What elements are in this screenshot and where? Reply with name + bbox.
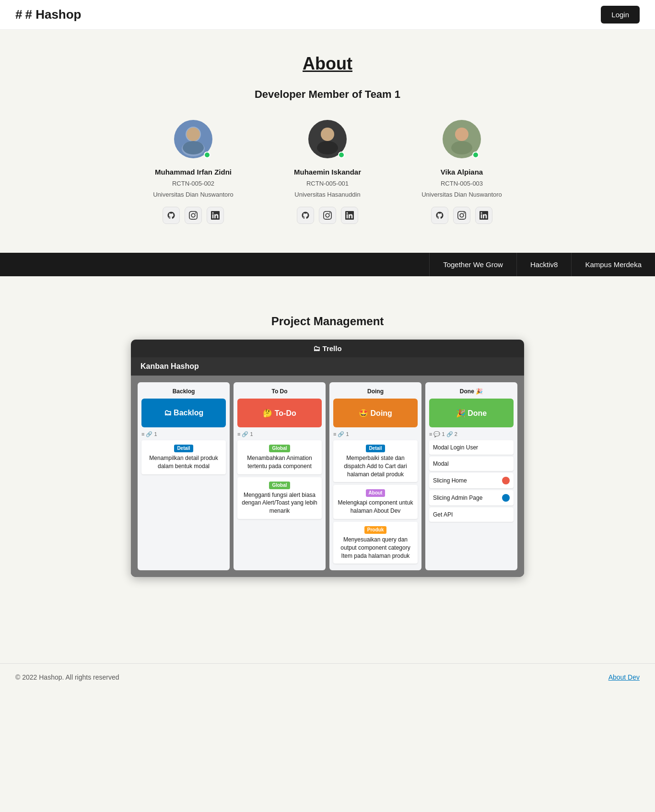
trello-logo: 🗂 Trello <box>313 344 341 353</box>
card-doing-1[interactable]: Detail Memperbaiki state dan dispatch Ad… <box>333 440 418 482</box>
online-indicator-3 <box>472 152 479 158</box>
login-button[interactable]: Login <box>601 6 640 24</box>
svg-point-6 <box>321 128 334 141</box>
footer: © 2022 Hashop. All rights reserved About… <box>0 663 655 691</box>
members-row: Muhammad Irfan Zidni RCTN-005-002 Univer… <box>10 120 645 224</box>
svg-point-9 <box>455 128 468 141</box>
card-doing-3[interactable]: Produk Menyesuaikan query dan output com… <box>333 522 418 564</box>
github-link-2[interactable] <box>297 207 314 224</box>
card-text-todo-1: Menambahkan Animation tertentu pada comp… <box>247 455 312 470</box>
member-card-3: Vika Alpiana RCTN-005-003 Universitas Di… <box>414 120 510 224</box>
linkedin-link-2[interactable] <box>341 207 358 224</box>
instagram-link-1[interactable] <box>185 207 202 224</box>
kanban-col-todo: To Do 🤔 To-Do ≡ 🔗 1 Global Menambahkan A… <box>234 382 326 570</box>
member-id-1: RCTN-005-002 <box>172 180 214 187</box>
done-badge-slicing-admin <box>502 494 510 502</box>
done-item-text-slicing-home: Slicing Home <box>433 477 467 484</box>
done-item-text-slicing-admin: Slicing Admin Page <box>433 494 482 501</box>
tagline-item-2[interactable]: Kampus Merdeka <box>571 253 655 276</box>
member-university-2: Universitas Hasanuddin <box>294 191 360 198</box>
pm-title: Project Management <box>10 315 645 328</box>
hash-symbol: # <box>15 7 22 22</box>
member-university-1: Universitas Dian Nuswantoro <box>153 191 234 198</box>
linkedin-link-3[interactable] <box>475 207 492 224</box>
instagram-link-3[interactable] <box>453 207 470 224</box>
trello-board-title: Kanban Hashop <box>131 357 524 376</box>
done-item-2[interactable]: Modal <box>429 457 514 471</box>
tagline-bar: Together We Grow Hacktiv8 Kampus Merdeka <box>0 253 655 276</box>
member-name-3: Vika Alpiana <box>441 168 483 176</box>
card-text-doing-3: Menyesuaikan query dan output component … <box>340 536 410 559</box>
done-item-1[interactable]: Modal Login User <box>429 440 514 455</box>
done-item-slicing-home[interactable]: Slicing Home <box>429 473 514 488</box>
trello-container: 🗂 Trello Kanban Hashop Backlog 🗂 Backlog… <box>131 340 524 577</box>
footer-about-dev-link[interactable]: About Dev <box>608 673 640 681</box>
col-meta-done: ≡ 💬 1 🔗 2 <box>429 431 514 437</box>
brand-logo[interactable]: # # Hashop <box>15 7 82 22</box>
github-link-1[interactable] <box>163 207 180 224</box>
instagram-link-2[interactable] <box>319 207 336 224</box>
tagline-item-0[interactable]: Together We Grow <box>429 253 516 276</box>
tagline-item-1[interactable]: Hacktiv8 <box>516 253 572 276</box>
github-link-3[interactable] <box>431 207 448 224</box>
col-header-todo: To Do <box>237 386 322 399</box>
kanban-col-backlog: Backlog 🗂 Backlog ≡ 🔗 1 Detail Menampilk… <box>138 382 230 570</box>
done-item-text-get-api: Get API <box>433 511 453 518</box>
card-text-doing-2: Melengkapi component untuk halaman About… <box>338 499 413 514</box>
project-management-section: Project Management 🗂 Trello Kanban Hasho… <box>0 305 655 606</box>
card-text-backlog-1: Menampilkan detail produk dalam bentuk m… <box>149 455 218 470</box>
bottom-spacer <box>0 606 655 635</box>
done-item-slicing-admin[interactable]: Slicing Admin Page <box>429 490 514 506</box>
col-banner-backlog: 🗂 Backlog <box>141 399 226 427</box>
card-backlog-1[interactable]: Detail Menampilkan detail produk dalam b… <box>141 440 226 474</box>
avatar-wrapper-1 <box>174 120 212 160</box>
online-indicator-2 <box>338 152 345 158</box>
card-label-global-2: Global <box>269 482 290 489</box>
col-banner-todo: 🤔 To-Do <box>237 399 322 427</box>
col-header-doing: Doing <box>333 386 418 399</box>
trello-header: 🗂 Trello <box>131 340 524 357</box>
social-links-1 <box>163 207 224 224</box>
avatar-wrapper-2 <box>308 120 347 160</box>
card-text-doing-1: Memperbaiki state dan dispatch Add to Ca… <box>344 455 407 478</box>
card-text-todo-2: Mengganti fungsi alert biasa dengan Aler… <box>242 492 317 515</box>
card-label-global-1: Global <box>269 445 290 452</box>
col-banner-done: 🎉 Done <box>429 399 514 427</box>
card-doing-2[interactable]: About Melengkapi component untuk halaman… <box>333 485 418 519</box>
navbar: # # Hashop Login <box>0 0 655 30</box>
kanban-col-done: Done 🎉 🎉 Done ≡ 💬 1 🔗 2 Modal Login User… <box>425 382 517 570</box>
card-label-produk-1: Produk <box>364 526 386 534</box>
col-header-backlog: Backlog <box>141 386 226 399</box>
done-badge-slicing-home <box>502 477 510 484</box>
col-meta-todo: ≡ 🔗 1 <box>237 431 322 437</box>
svg-point-10 <box>451 141 472 154</box>
trello-columns: Backlog 🗂 Backlog ≡ 🔗 1 Detail Menampilk… <box>131 376 524 577</box>
footer-copyright: © 2022 Hashop. All rights reserved <box>15 673 119 681</box>
about-section: About Developer Member of Team 1 Muhamma… <box>0 30 655 253</box>
done-item-get-api[interactable]: Get API <box>429 507 514 522</box>
card-label-detail-1: Detail <box>174 445 193 452</box>
online-indicator-1 <box>204 152 211 158</box>
card-todo-2[interactable]: Global Mengganti fungsi alert biasa deng… <box>237 477 322 519</box>
done-item-text-2: Modal <box>433 460 449 467</box>
member-university-3: Universitas Dian Nuswantoro <box>421 191 502 198</box>
svg-point-4 <box>183 141 204 154</box>
brand-name: # Hashop <box>25 7 81 22</box>
social-links-3 <box>431 207 492 224</box>
team-title: Developer Member of Team 1 <box>10 88 645 101</box>
svg-point-3 <box>187 128 200 141</box>
card-label-detail-doing-1: Detail <box>366 445 385 452</box>
svg-point-7 <box>317 141 338 154</box>
card-todo-1[interactable]: Global Menambahkan Animation tertentu pa… <box>237 440 322 474</box>
member-card-1: Muhammad Irfan Zidni RCTN-005-002 Univer… <box>145 120 241 224</box>
section-spacer <box>0 276 655 305</box>
avatar-wrapper-3 <box>443 120 481 160</box>
col-banner-doing: 🤩 Doing <box>333 399 418 427</box>
member-name-2: Muhaemin Iskandar <box>294 168 361 176</box>
social-links-2 <box>297 207 358 224</box>
member-card-2: Muhaemin Iskandar RCTN-005-001 Universit… <box>280 120 375 224</box>
member-id-3: RCTN-005-003 <box>441 180 483 187</box>
card-label-about-1: About <box>366 489 386 497</box>
about-title: About <box>10 54 645 74</box>
linkedin-link-1[interactable] <box>207 207 224 224</box>
